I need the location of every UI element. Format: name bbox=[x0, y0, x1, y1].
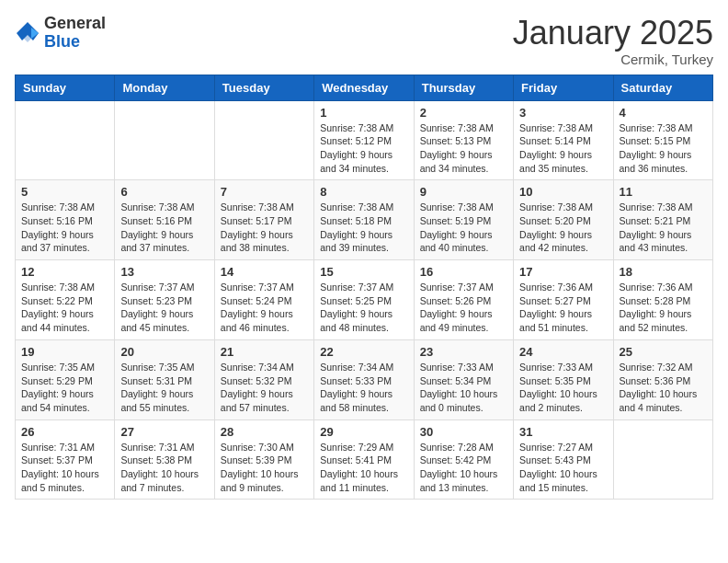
calendar-cell bbox=[214, 100, 313, 180]
calendar-cell: 22Sunrise: 7:34 AM Sunset: 5:33 PM Dayli… bbox=[314, 339, 414, 419]
calendar-cell: 23Sunrise: 7:33 AM Sunset: 5:34 PM Dayli… bbox=[414, 339, 513, 419]
calendar: SundayMondayTuesdayWednesdayThursdayFrid… bbox=[15, 75, 713, 500]
day-info: Sunrise: 7:34 AM Sunset: 5:32 PM Dayligh… bbox=[221, 361, 308, 415]
weekday-header-friday: Friday bbox=[514, 75, 613, 100]
calendar-cell bbox=[613, 419, 712, 500]
day-number: 18 bbox=[620, 265, 707, 279]
day-info: Sunrise: 7:37 AM Sunset: 5:24 PM Dayligh… bbox=[221, 281, 308, 335]
day-number: 25 bbox=[620, 345, 707, 359]
location: Cermik, Turkey bbox=[513, 52, 713, 67]
day-info: Sunrise: 7:31 AM Sunset: 5:37 PM Dayligh… bbox=[21, 441, 108, 495]
calendar-cell: 1Sunrise: 7:38 AM Sunset: 5:12 PM Daylig… bbox=[314, 100, 414, 180]
day-info: Sunrise: 7:36 AM Sunset: 5:27 PM Dayligh… bbox=[519, 281, 607, 335]
day-info: Sunrise: 7:38 AM Sunset: 5:13 PM Dayligh… bbox=[420, 121, 507, 176]
calendar-cell: 9Sunrise: 7:38 AM Sunset: 5:19 PM Daylig… bbox=[414, 180, 513, 260]
calendar-cell: 4Sunrise: 7:38 AM Sunset: 5:15 PM Daylig… bbox=[613, 100, 712, 180]
calendar-cell: 25Sunrise: 7:32 AM Sunset: 5:36 PM Dayli… bbox=[613, 339, 712, 419]
calendar-cell: 14Sunrise: 7:37 AM Sunset: 5:24 PM Dayli… bbox=[214, 260, 313, 340]
day-number: 4 bbox=[620, 106, 707, 120]
day-info: Sunrise: 7:38 AM Sunset: 5:17 PM Dayligh… bbox=[221, 201, 308, 255]
day-number: 22 bbox=[320, 345, 407, 359]
day-number: 16 bbox=[420, 265, 507, 279]
day-info: Sunrise: 7:38 AM Sunset: 5:16 PM Dayligh… bbox=[120, 201, 208, 255]
day-info: Sunrise: 7:35 AM Sunset: 5:29 PM Dayligh… bbox=[21, 361, 108, 415]
day-info: Sunrise: 7:29 AM Sunset: 5:41 PM Dayligh… bbox=[320, 441, 407, 495]
day-info: Sunrise: 7:32 AM Sunset: 5:36 PM Dayligh… bbox=[620, 361, 707, 415]
month-title: January 2025 bbox=[513, 15, 713, 52]
day-info: Sunrise: 7:37 AM Sunset: 5:26 PM Dayligh… bbox=[420, 281, 507, 335]
calendar-cell: 12Sunrise: 7:38 AM Sunset: 5:22 PM Dayli… bbox=[16, 260, 115, 340]
logo-blue: Blue bbox=[44, 33, 106, 52]
weekday-header-row: SundayMondayTuesdayWednesdayThursdayFrid… bbox=[16, 75, 713, 100]
day-info: Sunrise: 7:38 AM Sunset: 5:19 PM Dayligh… bbox=[420, 201, 507, 255]
logo-text: General Blue bbox=[44, 15, 106, 52]
day-info: Sunrise: 7:34 AM Sunset: 5:33 PM Dayligh… bbox=[320, 361, 407, 415]
day-number: 5 bbox=[21, 185, 108, 199]
week-row-4: 19Sunrise: 7:35 AM Sunset: 5:29 PM Dayli… bbox=[16, 339, 713, 419]
day-info: Sunrise: 7:27 AM Sunset: 5:43 PM Dayligh… bbox=[519, 441, 607, 495]
weekday-header-tuesday: Tuesday bbox=[214, 75, 313, 100]
day-info: Sunrise: 7:38 AM Sunset: 5:15 PM Dayligh… bbox=[620, 121, 707, 176]
day-number: 29 bbox=[320, 425, 407, 439]
day-number: 11 bbox=[620, 185, 707, 199]
day-number: 26 bbox=[21, 425, 108, 439]
calendar-cell: 3Sunrise: 7:38 AM Sunset: 5:14 PM Daylig… bbox=[514, 100, 613, 180]
day-number: 31 bbox=[519, 425, 607, 439]
day-info: Sunrise: 7:37 AM Sunset: 5:23 PM Dayligh… bbox=[120, 281, 208, 335]
day-info: Sunrise: 7:35 AM Sunset: 5:31 PM Dayligh… bbox=[120, 361, 208, 415]
logo-icon bbox=[15, 20, 40, 46]
day-info: Sunrise: 7:38 AM Sunset: 5:22 PM Dayligh… bbox=[21, 281, 108, 335]
calendar-cell: 2Sunrise: 7:38 AM Sunset: 5:13 PM Daylig… bbox=[414, 100, 513, 180]
calendar-cell: 10Sunrise: 7:38 AM Sunset: 5:20 PM Dayli… bbox=[514, 180, 613, 260]
day-number: 15 bbox=[320, 265, 407, 279]
day-number: 13 bbox=[120, 265, 208, 279]
day-number: 17 bbox=[519, 265, 607, 279]
day-info: Sunrise: 7:33 AM Sunset: 5:34 PM Dayligh… bbox=[420, 361, 507, 415]
calendar-cell: 15Sunrise: 7:37 AM Sunset: 5:25 PM Dayli… bbox=[314, 260, 414, 340]
day-number: 21 bbox=[221, 345, 308, 359]
calendar-cell: 20Sunrise: 7:35 AM Sunset: 5:31 PM Dayli… bbox=[115, 339, 214, 419]
calendar-cell: 26Sunrise: 7:31 AM Sunset: 5:37 PM Dayli… bbox=[16, 419, 115, 500]
week-row-2: 5Sunrise: 7:38 AM Sunset: 5:16 PM Daylig… bbox=[16, 180, 713, 260]
weekday-header-sunday: Sunday bbox=[16, 75, 115, 100]
calendar-cell: 29Sunrise: 7:29 AM Sunset: 5:41 PM Dayli… bbox=[314, 419, 414, 500]
day-number: 24 bbox=[519, 345, 607, 359]
day-number: 3 bbox=[519, 106, 607, 120]
day-info: Sunrise: 7:31 AM Sunset: 5:38 PM Dayligh… bbox=[120, 441, 208, 495]
weekday-header-saturday: Saturday bbox=[613, 75, 712, 100]
page-header: General Blue January 2025 Cermik, Turkey bbox=[15, 15, 713, 67]
day-number: 19 bbox=[21, 345, 108, 359]
day-info: Sunrise: 7:38 AM Sunset: 5:12 PM Dayligh… bbox=[320, 121, 407, 176]
calendar-cell: 11Sunrise: 7:38 AM Sunset: 5:21 PM Dayli… bbox=[613, 180, 712, 260]
week-row-1: 1Sunrise: 7:38 AM Sunset: 5:12 PM Daylig… bbox=[16, 100, 713, 180]
day-number: 30 bbox=[420, 425, 507, 439]
day-info: Sunrise: 7:36 AM Sunset: 5:28 PM Dayligh… bbox=[620, 281, 707, 335]
day-info: Sunrise: 7:37 AM Sunset: 5:25 PM Dayligh… bbox=[320, 281, 407, 335]
day-number: 7 bbox=[221, 185, 308, 199]
day-number: 9 bbox=[420, 185, 507, 199]
calendar-cell bbox=[115, 100, 214, 180]
day-info: Sunrise: 7:28 AM Sunset: 5:42 PM Dayligh… bbox=[420, 441, 507, 495]
calendar-cell: 16Sunrise: 7:37 AM Sunset: 5:26 PM Dayli… bbox=[414, 260, 513, 340]
weekday-header-thursday: Thursday bbox=[414, 75, 513, 100]
day-number: 28 bbox=[221, 425, 308, 439]
calendar-cell: 24Sunrise: 7:33 AM Sunset: 5:35 PM Dayli… bbox=[514, 339, 613, 419]
day-info: Sunrise: 7:33 AM Sunset: 5:35 PM Dayligh… bbox=[519, 361, 607, 415]
day-number: 23 bbox=[420, 345, 507, 359]
week-row-3: 12Sunrise: 7:38 AM Sunset: 5:22 PM Dayli… bbox=[16, 260, 713, 340]
calendar-cell: 6Sunrise: 7:38 AM Sunset: 5:16 PM Daylig… bbox=[115, 180, 214, 260]
weekday-header-wednesday: Wednesday bbox=[314, 75, 414, 100]
calendar-cell: 19Sunrise: 7:35 AM Sunset: 5:29 PM Dayli… bbox=[16, 339, 115, 419]
day-number: 1 bbox=[320, 106, 407, 120]
day-number: 8 bbox=[320, 185, 407, 199]
calendar-cell: 21Sunrise: 7:34 AM Sunset: 5:32 PM Dayli… bbox=[214, 339, 313, 419]
week-row-5: 26Sunrise: 7:31 AM Sunset: 5:37 PM Dayli… bbox=[16, 419, 713, 500]
calendar-cell: 27Sunrise: 7:31 AM Sunset: 5:38 PM Dayli… bbox=[115, 419, 214, 500]
day-info: Sunrise: 7:38 AM Sunset: 5:16 PM Dayligh… bbox=[21, 201, 108, 255]
logo: General Blue bbox=[15, 15, 106, 52]
calendar-cell bbox=[16, 100, 115, 180]
calendar-cell: 31Sunrise: 7:27 AM Sunset: 5:43 PM Dayli… bbox=[514, 419, 613, 500]
day-info: Sunrise: 7:38 AM Sunset: 5:14 PM Dayligh… bbox=[519, 121, 607, 176]
day-number: 20 bbox=[120, 345, 208, 359]
day-number: 2 bbox=[420, 106, 507, 120]
